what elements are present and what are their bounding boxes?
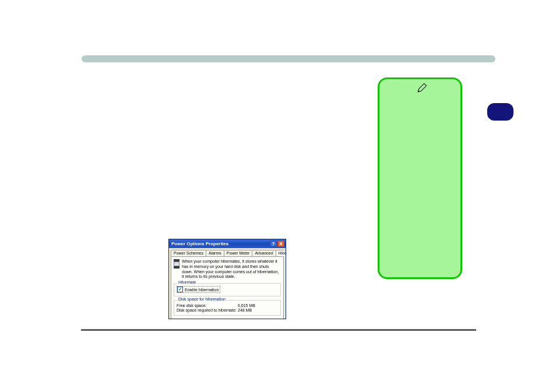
tab-alarms[interactable]: Alarms [206,250,224,256]
free-disk-space-label: Free disk space: [177,303,238,308]
description-text: When your computer hibernates, it stores… [182,259,281,280]
help-button[interactable]: ? [270,241,277,247]
hibernate-groupbox: Hibernate ✓ Enable hibernation [174,283,281,296]
close-button[interactable]: X [277,241,284,247]
tab-hibernate[interactable]: Hibernate [276,250,286,256]
tab-advanced[interactable]: Advanced [252,250,276,256]
hibernate-group-title: Hibernate [177,280,197,284]
disk-space-groupbox: Disk space for hibernation Free disk spa… [174,300,281,316]
disk-space-group-title: Disk space for hibernation [177,297,227,301]
monitor-sleep-icon [174,259,180,269]
header-bar [82,55,495,62]
free-disk-space-row: Free disk space: 6,015 MB [177,303,278,308]
side-tab-pill[interactable] [487,103,513,121]
dialog-title: Power Options Properties [171,241,269,246]
dialog-titlebar[interactable]: Power Options Properties ? X [169,239,286,248]
required-disk-space-row: Disk space required to hibernate: 248 MB [177,308,278,312]
tab-strip: Power Schemes Alarms Power Meter Advance… [169,248,286,256]
required-disk-space-label: Disk space required to hibernate: [177,308,238,312]
enable-hibernation-label: Enable hibernation [185,288,219,292]
enable-hibernation-checkbox-row[interactable]: ✓ Enable hibernation [177,286,220,293]
checkbox-check-icon[interactable]: ✓ [177,287,183,292]
power-options-dialog: Power Options Properties ? X Power Schem… [168,239,286,319]
footer-divider [81,329,476,331]
free-disk-space-value: 6,015 MB [238,303,255,308]
required-disk-space-value: 248 MB [238,308,252,312]
note-card [378,77,462,279]
pen-icon [416,83,428,93]
description-row: When your computer hibernates, it stores… [174,259,281,280]
tab-power-meter[interactable]: Power Meter [224,250,253,256]
tab-power-schemes[interactable]: Power Schemes [171,250,206,256]
tab-panel-hibernate: When your computer hibernates, it stores… [171,256,284,319]
